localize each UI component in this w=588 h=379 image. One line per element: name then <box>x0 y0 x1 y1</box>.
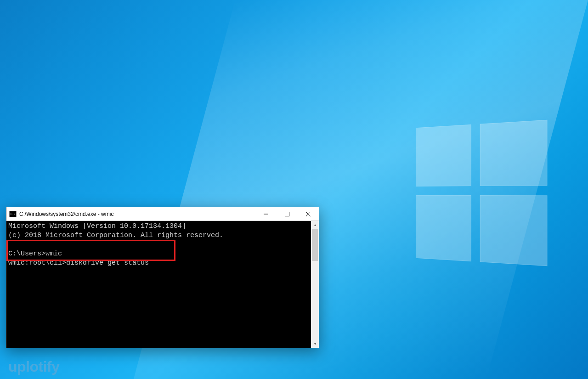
terminal-prompt-2: wmic:root\cli>diskdrive get status <box>8 259 149 267</box>
windows-logo <box>416 120 547 266</box>
scrollbar-thumb[interactable] <box>312 229 318 261</box>
scroll-down-button[interactable]: ▾ <box>311 340 319 348</box>
minimize-icon <box>264 212 268 216</box>
terminal-content[interactable]: Microsoft Windows [Version 10.0.17134.13… <box>6 221 311 348</box>
svg-rect-1 <box>285 212 289 216</box>
scroll-up-button[interactable]: ▴ <box>311 221 319 229</box>
terminal-line-version: Microsoft Windows [Version 10.0.17134.13… <box>8 222 186 230</box>
logo-pane-tr <box>480 120 548 186</box>
desktop-background: C:\Windows\system32\cmd.exe - wmic Micro… <box>0 0 588 379</box>
maximize-icon <box>285 212 289 216</box>
vertical-scrollbar[interactable]: ▴ ▾ <box>311 221 319 348</box>
watermark-text: uplotify <box>8 358 60 375</box>
titlebar[interactable]: C:\Windows\system32\cmd.exe - wmic <box>6 207 319 221</box>
window-controls <box>255 207 319 221</box>
chevron-up-icon: ▴ <box>314 223 316 227</box>
logo-pane-br <box>480 195 548 266</box>
logo-pane-tl <box>416 124 471 187</box>
close-button[interactable] <box>298 207 319 221</box>
cmd-icon <box>9 211 17 217</box>
close-icon <box>306 212 311 216</box>
terminal-prompt-1: C:\Users>wmic <box>8 250 62 258</box>
logo-pane-bl <box>416 195 471 261</box>
scrollbar-track[interactable] <box>311 229 319 340</box>
terminal-line-copyright: (c) 2018 Microsoft Corporation. All righ… <box>8 232 223 239</box>
window-title: C:\Windows\system32\cmd.exe - wmic <box>19 211 255 217</box>
command-prompt-window[interactable]: C:\Windows\system32\cmd.exe - wmic Micro… <box>6 207 319 348</box>
window-body: Microsoft Windows [Version 10.0.17134.13… <box>6 221 319 348</box>
maximize-button[interactable] <box>277 207 298 221</box>
chevron-down-icon: ▾ <box>314 342 316 346</box>
minimize-button[interactable] <box>255 207 277 221</box>
